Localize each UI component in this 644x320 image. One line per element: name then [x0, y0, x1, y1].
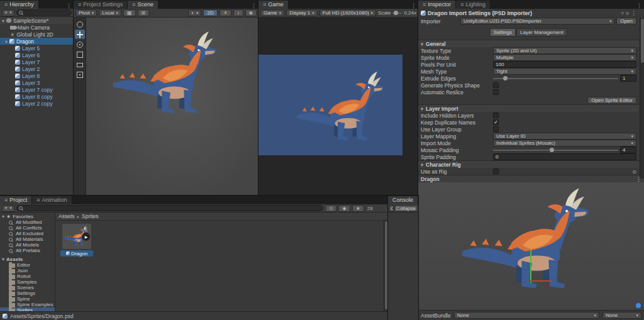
- favorite-item[interactable]: All Conflicts: [0, 225, 55, 231]
- foldout-icon[interactable]: [2, 214, 4, 219]
- scene-audio-toggle[interactable]: [233, 9, 243, 16]
- asset-item-dragon[interactable]: Dragon: [60, 224, 93, 257]
- inspector-scrollbar[interactable]: [640, 18, 644, 179]
- hierarchy-search-input[interactable]: [25, 10, 69, 16]
- preview-header[interactable]: Dragon: [418, 175, 644, 182]
- rect-tool-button[interactable]: [75, 60, 85, 69]
- handle-rotation-dropdown[interactable]: Local: [99, 9, 121, 16]
- dragon-sprite-scene[interactable]: [109, 28, 228, 123]
- grid-visibility-button[interactable]: [123, 9, 136, 16]
- open-sprite-editor-button[interactable]: Open Sprite Editor: [587, 97, 636, 104]
- folder-item[interactable]: Robot: [0, 273, 55, 279]
- import-mode-dropdown[interactable]: Individual Sprites (Mosaic): [493, 140, 636, 146]
- hierarchy-layer-row[interactable]: Layer 8: [0, 72, 74, 79]
- sprite-mode-dropdown[interactable]: Multiple: [493, 54, 636, 61]
- extrude-value-field[interactable]: 1: [620, 75, 636, 82]
- scale-slider-thumb[interactable]: [394, 11, 398, 15]
- assets-header[interactable]: Assets: [0, 257, 55, 262]
- folder-item[interactable]: Samples: [0, 279, 55, 285]
- hierarchy-layer-row[interactable]: Layer 5: [0, 45, 74, 52]
- search-by-type-button[interactable]: [325, 205, 337, 212]
- project-search-input[interactable]: [25, 206, 321, 211]
- tab-settings[interactable]: Settings: [490, 28, 516, 36]
- view-tool-button[interactable]: [75, 19, 85, 29]
- snap-button[interactable]: [138, 9, 150, 16]
- use-layer-group-checkbox[interactable]: [493, 126, 499, 132]
- scrollbar-thumb[interactable]: [641, 19, 644, 63]
- section-layer-import[interactable]: Layer Import: [418, 104, 639, 112]
- 2d-mode-toggle[interactable]: 2D: [203, 9, 217, 16]
- search-by-label-button[interactable]: [338, 205, 350, 212]
- pixels-per-unit-field[interactable]: 100: [493, 61, 636, 68]
- folder-item[interactable]: Scenes: [0, 285, 55, 290]
- open-button[interactable]: Open: [616, 18, 636, 25]
- folder-item[interactable]: Editor: [0, 262, 55, 268]
- presets-icon[interactable]: [626, 10, 629, 16]
- foldout-icon[interactable]: [421, 41, 423, 47]
- favorite-item[interactable]: All Materials: [0, 236, 55, 242]
- panel-menu-icon[interactable]: [409, 3, 418, 9]
- panel-menu-icon[interactable]: [635, 3, 644, 9]
- tab-animation[interactable]: Animation: [32, 196, 72, 204]
- use-as-rig-checkbox[interactable]: [493, 168, 499, 174]
- tab-inspector[interactable]: Inspector: [418, 1, 456, 9]
- automatic-reslice-checkbox[interactable]: [493, 89, 499, 95]
- favorite-item[interactable]: All Modified: [0, 219, 55, 225]
- generate-physics-shape-checkbox[interactable]: [493, 82, 499, 88]
- panel-menu-icon[interactable]: [64, 3, 74, 9]
- mosaic-value-field[interactable]: 4: [620, 146, 636, 153]
- favorite-item[interactable]: All Models: [0, 242, 55, 248]
- foldout-icon[interactable]: [421, 162, 423, 168]
- scene-lighting-toggle[interactable]: [219, 9, 231, 16]
- breadcrumb-sprites[interactable]: Sprites: [82, 213, 98, 219]
- play-button-icon[interactable]: [82, 233, 90, 241]
- include-hidden-layers-checkbox[interactable]: [493, 113, 499, 118]
- foldout-icon[interactable]: [2, 257, 4, 262]
- foldout-icon[interactable]: [2, 18, 4, 24]
- extrude-slider[interactable]: [493, 78, 618, 79]
- display-dropdown[interactable]: Display 1: [286, 9, 317, 16]
- object-picker-icon[interactable]: [632, 168, 636, 175]
- create-menu-button[interactable]: [2, 9, 14, 16]
- mesh-type-dropdown[interactable]: Tight: [493, 68, 636, 75]
- scale-tool-button[interactable]: [75, 50, 85, 59]
- keep-duplicate-names-checkbox[interactable]: ✓: [493, 119, 499, 125]
- tab-scene[interactable]: Scene: [128, 1, 158, 9]
- resolution-dropdown[interactable]: Full HD (1920x1080): [319, 9, 376, 16]
- mosaic-padding-slider[interactable]: [493, 150, 618, 151]
- panel-menu-icon[interactable]: [249, 3, 258, 9]
- scale-slider[interactable]: [392, 13, 402, 14]
- tab-project-settings[interactable]: Project Settings: [74, 1, 128, 9]
- foldout-icon[interactable]: [421, 106, 423, 112]
- folder-item[interactable]: Spine Examples: [0, 302, 55, 307]
- game-menu-dropdown[interactable]: Game: [260, 9, 284, 16]
- layer-mapping-dropdown[interactable]: Use Layer ID: [493, 133, 636, 140]
- texture-type-dropdown[interactable]: Sprite (2D and UI): [493, 47, 636, 54]
- assetbundle-dropdown[interactable]: None: [454, 312, 599, 319]
- tab-hierarchy[interactable]: Hierarchy: [0, 1, 39, 9]
- hierarchy-layer-row[interactable]: Layer 2 copy: [0, 100, 74, 107]
- favorite-item[interactable]: All Excluded: [0, 231, 55, 236]
- extrude-slider-thumb[interactable]: [503, 76, 508, 80]
- hierarchy-layer-row[interactable]: Layer 3: [0, 79, 74, 86]
- context-menu-icon[interactable]: [631, 10, 636, 16]
- scene-fx-dropdown[interactable]: [245, 9, 257, 16]
- tab-layer-management[interactable]: Layer Management: [516, 28, 567, 36]
- hierarchy-item-main-camera[interactable]: Main Camera: [0, 24, 74, 31]
- hierarchy-item-dragon[interactable]: Dragon: [0, 38, 74, 45]
- section-general[interactable]: General: [418, 40, 639, 47]
- mosaic-slider-thumb[interactable]: [550, 148, 554, 152]
- asset-label[interactable]: Dragon: [60, 250, 93, 257]
- shading-mode-dropdown[interactable]: [188, 9, 201, 16]
- tab-game[interactable]: Game: [258, 1, 289, 9]
- save-search-button[interactable]: [352, 205, 364, 212]
- collapse-toggle[interactable]: Collapse: [394, 205, 418, 212]
- project-scrollbar[interactable]: [384, 221, 388, 311]
- assetbundle-variant-dropdown[interactable]: None: [602, 312, 641, 319]
- create-menu-button[interactable]: [2, 205, 14, 212]
- pivot-dropdown[interactable]: Pivot: [75, 9, 97, 16]
- clear-button[interactable]: Clear: [389, 205, 394, 212]
- hierarchy-layer-row[interactable]: Layer 7: [0, 58, 74, 65]
- section-character-rig[interactable]: Character Rig: [418, 160, 639, 168]
- scene-row[interactable]: SampleScene*: [0, 17, 74, 24]
